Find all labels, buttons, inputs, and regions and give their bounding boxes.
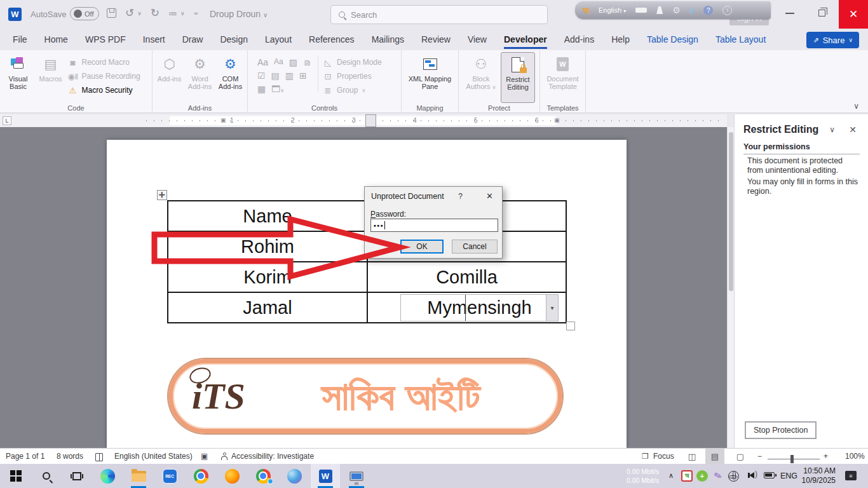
tab-add-ins[interactable]: Add-ins [564, 30, 594, 49]
speaker-icon[interactable] [746, 472, 754, 478]
date-picker-icon[interactable]: ⊞ [299, 71, 307, 81]
firefox-button[interactable] [217, 464, 247, 488]
tab-home[interactable]: Home [44, 30, 68, 49]
properties-button[interactable]: ⊡ Properties [323, 71, 391, 82]
screen-recorder-button[interactable]: REC [155, 464, 184, 488]
dropdown-arrow-icon[interactable]: ▾ [546, 295, 558, 321]
block-authors-button[interactable]: ⚇ Block Authors ∨ [463, 52, 499, 103]
browser-icon[interactable]: e [690, 5, 695, 16]
tab-developer[interactable]: Developer [504, 30, 547, 49]
macro-security-button[interactable]: ⚠ Macro Security [68, 85, 149, 96]
display-app-button[interactable] [342, 464, 371, 488]
dialog-close-icon[interactable]: ✕ [486, 191, 493, 201]
right-indent-marker-icon[interactable]: ▣ [554, 117, 560, 123]
table-column-marker-icon[interactable] [365, 114, 376, 127]
paint3d-button[interactable] [280, 464, 309, 488]
table-move-handle-icon[interactable]: ✛ [157, 190, 167, 200]
qat-overflow-icon[interactable]: ≂ [194, 10, 199, 17]
password-input[interactable]: ••• [370, 219, 498, 232]
avro-tray-icon[interactable]: অ [681, 470, 693, 482]
tab-review[interactable]: Review [421, 30, 451, 49]
taskbar-search-button[interactable] [32, 464, 61, 488]
undo-dropdown-icon[interactable]: ∨ [137, 10, 142, 17]
undo-icon[interactable]: ↺ [125, 6, 134, 20]
edge-button[interactable] [93, 464, 122, 488]
task-view-button[interactable] [62, 464, 92, 488]
battery-icon[interactable] [764, 472, 775, 478]
collapse-ribbon-icon[interactable]: ∨ [853, 102, 859, 111]
picture-control-icon[interactable]: ▨ [289, 57, 297, 67]
design-mode-button[interactable]: ◺ Design Mode [323, 57, 391, 68]
tab-table-design[interactable]: Table Design [647, 30, 698, 49]
bullets-icon[interactable]: ≔ [168, 8, 177, 18]
visual-basic-button[interactable]: Visual Basic [3, 52, 34, 103]
close-button[interactable]: ✕ [839, 0, 868, 29]
bullets-dropdown-icon[interactable]: ∨ [180, 10, 185, 17]
plain-text-control-icon[interactable]: Aa [274, 57, 283, 67]
dropdown-content-control[interactable]: Mymensingh ▾ [400, 294, 559, 322]
proofing-icon[interactable] [95, 453, 103, 461]
chevron-down-icon[interactable]: ∨ [829, 125, 835, 134]
language-indicator[interactable]: English (United States) [114, 452, 193, 461]
building-block-icon[interactable]: 🗈 [303, 57, 312, 67]
scrollbar-thumb[interactable] [729, 132, 733, 291]
macro-record-icon[interactable]: ▣ [201, 452, 208, 461]
panel-close-icon[interactable]: ✕ [849, 125, 857, 135]
tab-references[interactable]: References [309, 30, 355, 49]
tab-mailings[interactable]: Mailings [372, 30, 404, 49]
word-taskbar-button[interactable]: W [311, 464, 340, 488]
zoom-slider[interactable] [768, 459, 820, 459]
help-icon[interactable]: ? [703, 6, 713, 15]
macros-button[interactable]: ▤ Macros [36, 52, 66, 103]
tab-stop-selector[interactable]: L [3, 116, 11, 125]
layout-icon[interactable] [656, 6, 663, 14]
pause-recording-button[interactable]: ◉‖ Pause Recording [68, 71, 149, 82]
autosave-toggle[interactable]: Off [70, 7, 99, 20]
restore-button[interactable] [818, 10, 825, 17]
table-cell[interactable]: Rohim [168, 232, 368, 262]
tray-expand-icon[interactable]: ∧ [668, 471, 674, 480]
xml-mapping-pane-button[interactable]: XML Mapping Pane [404, 52, 456, 103]
cancel-button[interactable]: Cancel [452, 240, 498, 254]
language-selector[interactable]: English ▾ [599, 6, 626, 14]
restrict-editing-button[interactable]: Restrict Editing [501, 52, 535, 103]
word-add-ins-button[interactable]: ⚙ Word Add-ins [186, 52, 214, 103]
read-mode-icon[interactable]: ◫ [682, 449, 702, 464]
zoom-level[interactable]: 100% [845, 452, 865, 461]
redo-icon[interactable]: ↻ [151, 6, 159, 20]
document-template-button[interactable]: W Document Template [543, 52, 583, 103]
clock[interactable]: 10:50 AM 10/9/2025 [797, 466, 836, 485]
tab-layout[interactable]: Layout [265, 30, 292, 49]
indent-marker-icon[interactable]: ▣ [220, 117, 226, 123]
tab-help[interactable]: Help [611, 30, 630, 49]
com-add-ins-button[interactable]: ⚙ COM Add-ins [216, 52, 245, 103]
chrome-button[interactable] [186, 464, 215, 488]
table-cell[interactable]: Comilla [368, 262, 567, 293]
keyboard-icon[interactable] [635, 8, 647, 13]
start-button[interactable] [1, 464, 31, 488]
table-cell[interactable]: Mymensingh ▾ [368, 293, 567, 323]
word-count[interactable]: 8 words [57, 452, 83, 461]
page-indicator[interactable]: Page 1 of 1 [6, 452, 44, 461]
vertical-scrollbar[interactable] [727, 127, 734, 448]
document-menu[interactable]: Droup Droun ∨ [210, 9, 268, 19]
gear-icon[interactable]: ⚙ [672, 5, 681, 15]
record-macro-button[interactable]: ◙ Record Macro [68, 57, 149, 68]
accessibility-status[interactable]: Accessibility: Investigate [231, 452, 314, 461]
table-resize-handle[interactable] [566, 322, 575, 330]
avro-language-bar[interactable]: অ English ▾ ⚙ e ? i [575, 1, 771, 19]
table-cell[interactable]: Jamal [168, 293, 368, 323]
table-cell[interactable]: Korim [168, 262, 368, 293]
share-button[interactable]: ⇗ Share ∨ [806, 32, 859, 48]
tab-wps-pdf[interactable]: WPS PDF [85, 30, 126, 49]
tab-insert[interactable]: Insert [143, 30, 165, 49]
dialog-help-icon[interactable]: ? [458, 192, 463, 201]
checkbox-control-icon[interactable]: ☑ [257, 71, 266, 81]
document-canvas[interactable]: ✛ Name Rohim Korim Comilla Jamal Mymensi… [0, 127, 727, 448]
print-layout-icon[interactable]: ▤ [705, 449, 724, 464]
tab-design[interactable]: Design [220, 30, 248, 49]
horizontal-ruler[interactable]: L 1 2 3 4 5 6 ▣ ▣ [0, 114, 727, 127]
search-box[interactable]: Search [330, 5, 548, 24]
chrome-profile-button[interactable] [248, 464, 278, 488]
stop-protection-button[interactable]: Stop Protection [745, 421, 817, 439]
